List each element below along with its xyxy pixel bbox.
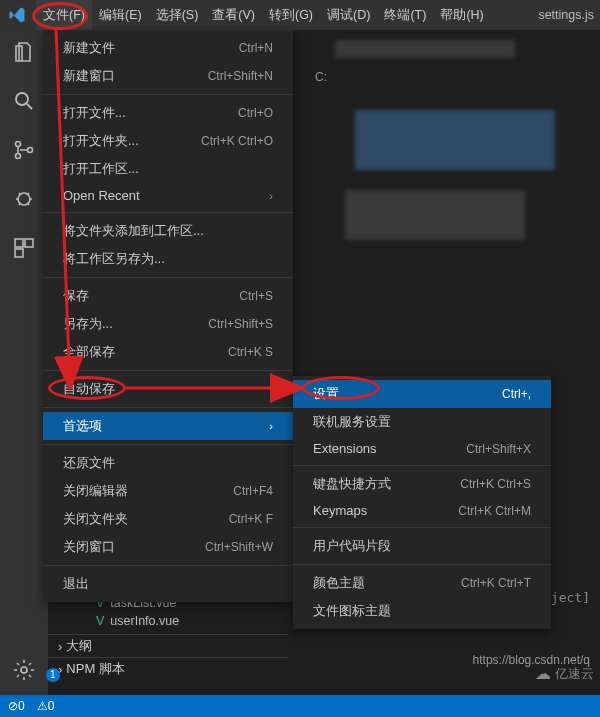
prefs-menu-item[interactable]: 颜色主题Ctrl+K Ctrl+T (293, 569, 551, 597)
debug-icon[interactable] (12, 187, 36, 214)
prefs-menu-item[interactable]: 设置Ctrl+, (293, 380, 551, 408)
menu-file[interactable]: 文件(F) (36, 0, 92, 30)
prefs-menu-item[interactable]: ExtensionsCtrl+Shift+X (293, 436, 551, 461)
activity-bar: 1 (0, 30, 48, 695)
menu-debug[interactable]: 调试(D) (320, 0, 377, 30)
svg-point-8 (21, 667, 27, 673)
file-menu-item[interactable]: 退出 (43, 570, 293, 598)
prefs-menu-item[interactable]: 联机服务设置 (293, 408, 551, 436)
svg-rect-7 (15, 249, 23, 257)
preferences-submenu: 设置Ctrl+,联机服务设置ExtensionsCtrl+Shift+X键盘快捷… (293, 376, 551, 629)
file-menu-item[interactable]: 保存Ctrl+S (43, 282, 293, 310)
warning-count: 0 (48, 699, 55, 713)
file-menu-dropdown: 新建文件Ctrl+N新建窗口Ctrl+Shift+N打开文件...Ctrl+O打… (43, 30, 293, 602)
menubar: 文件(F) 编辑(E) 选择(S) 查看(V) 转到(G) 调试(D) 终端(T… (0, 0, 600, 30)
extensions-icon[interactable] (12, 236, 36, 263)
source-control-icon[interactable] (12, 138, 36, 165)
settings-gear-icon[interactable]: 1 (12, 658, 36, 685)
npm-scripts-section[interactable]: › NPM 脚本 (48, 657, 288, 680)
file-menu-item[interactable]: 新建文件Ctrl+N (43, 34, 293, 62)
menu-selection[interactable]: 选择(S) (149, 0, 206, 30)
cloud-icon: ☁ (535, 664, 551, 683)
status-bar: ⊘ 0 ⚠ 0 (0, 695, 600, 717)
search-icon[interactable] (12, 89, 36, 116)
files-icon[interactable] (12, 40, 36, 67)
file-menu-item[interactable]: 另存为...Ctrl+Shift+S (43, 310, 293, 338)
window-title: settings.js (538, 8, 594, 22)
menu-go[interactable]: 转到(G) (262, 0, 320, 30)
prefs-menu-item[interactable]: 键盘快捷方式Ctrl+K Ctrl+S (293, 470, 551, 498)
errors-icon[interactable]: ⊘ (8, 699, 18, 713)
file-menu-item[interactable]: 将工作区另存为... (43, 245, 293, 273)
watermark-brand: ☁ 亿速云 (535, 664, 594, 683)
chevron-right-icon: › (269, 420, 273, 432)
svg-point-1 (16, 142, 21, 147)
outline-section[interactable]: › 大纲 (48, 634, 288, 657)
breadcrumb: C: (315, 70, 327, 84)
file-menu-item[interactable]: Open Recent› (43, 183, 293, 208)
file-menu-item[interactable]: 打开文件夹...Ctrl+K Ctrl+O (43, 127, 293, 155)
menu-view[interactable]: 查看(V) (205, 0, 262, 30)
prefs-menu-item[interactable]: 文件图标主题 (293, 597, 551, 625)
menu-terminal[interactable]: 终端(T) (377, 0, 433, 30)
chevron-right-icon: › (58, 639, 62, 654)
svg-point-3 (28, 148, 33, 153)
file-menu-item[interactable]: 关闭编辑器Ctrl+F4 (43, 477, 293, 505)
file-menu-item[interactable]: 打开工作区... (43, 155, 293, 183)
file-menu-item[interactable]: 关闭窗口Ctrl+Shift+W (43, 533, 293, 561)
svg-rect-5 (15, 239, 23, 247)
svg-rect-6 (25, 239, 33, 247)
menu-help[interactable]: 帮助(H) (433, 0, 490, 30)
file-menu-item[interactable]: 全部保存Ctrl+K S (43, 338, 293, 366)
vscode-logo-icon (8, 6, 26, 24)
svg-point-2 (16, 154, 21, 159)
prefs-menu-item[interactable]: 用户代码片段 (293, 532, 551, 560)
file-menu-item[interactable]: 将文件夹添加到工作区... (43, 217, 293, 245)
file-menu-item[interactable]: 首选项› (43, 412, 293, 440)
file-menu-item[interactable]: 还原文件 (43, 449, 293, 477)
explorer-file[interactable]: VuserInfo.vue (48, 612, 288, 630)
chevron-right-icon: › (269, 190, 273, 202)
file-menu-item[interactable]: 关闭文件夹Ctrl+K F (43, 505, 293, 533)
menu-edit[interactable]: 编辑(E) (92, 0, 149, 30)
file-menu-item[interactable]: 新建窗口Ctrl+Shift+N (43, 62, 293, 90)
vue-file-icon: V (96, 614, 104, 628)
file-menu-item[interactable]: 打开文件...Ctrl+O (43, 99, 293, 127)
warnings-icon[interactable]: ⚠ (37, 699, 48, 713)
error-count: 0 (18, 699, 25, 713)
settings-badge: 1 (46, 668, 60, 682)
svg-point-0 (16, 93, 28, 105)
file-menu-item[interactable]: 自动保存 (43, 375, 293, 403)
prefs-menu-item[interactable]: KeymapsCtrl+K Ctrl+M (293, 498, 551, 523)
